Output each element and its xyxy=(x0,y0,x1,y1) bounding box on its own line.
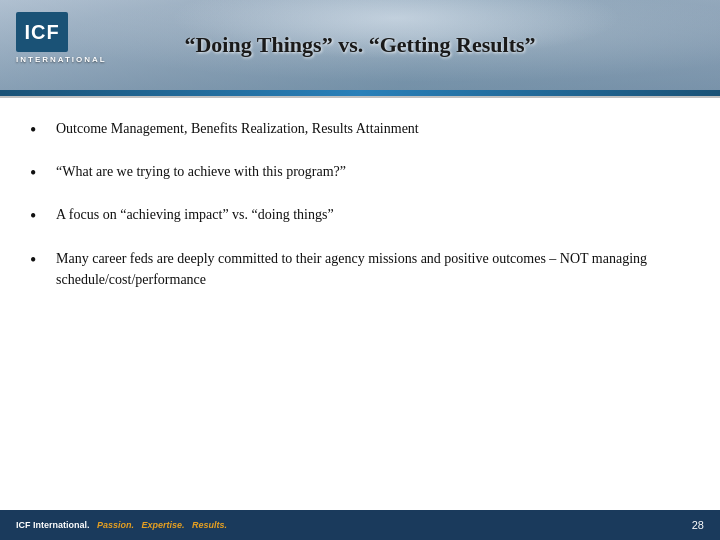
bullet-dot-2: • xyxy=(30,161,48,186)
bullet-item-3: • A focus on “achieving impact” vs. “doi… xyxy=(30,204,680,229)
logo-area: ICF INTERNATIONAL xyxy=(16,12,107,64)
footer-page-number: 28 xyxy=(692,519,704,531)
bullet-dot-1: • xyxy=(30,118,48,143)
bullet-text-4: Many career feds are deeply committed to… xyxy=(56,248,680,290)
footer-brand: ICF International. Passion. Expertise. R… xyxy=(16,520,227,530)
slide-header: ICF INTERNATIONAL “Doing Things” vs. “Ge… xyxy=(0,0,720,90)
logo-box: ICF xyxy=(16,12,68,52)
slide-title: “Doing Things” vs. “Getting Results” xyxy=(184,32,535,58)
bullet-text-1: Outcome Management, Benefits Realization… xyxy=(56,118,680,139)
slide-footer: ICF International. Passion. Expertise. R… xyxy=(0,510,720,540)
logo-subtitle: INTERNATIONAL xyxy=(16,55,107,64)
bullet-item-1: • Outcome Management, Benefits Realizati… xyxy=(30,118,680,143)
slide-content: • Outcome Management, Benefits Realizati… xyxy=(0,98,720,510)
footer-results: Results. xyxy=(192,520,227,530)
bullet-dot-4: • xyxy=(30,248,48,273)
footer-brand-name: ICF International. xyxy=(16,520,90,530)
footer-expertise: Expertise. xyxy=(142,520,185,530)
bullet-item-2: • “What are we trying to achieve with th… xyxy=(30,161,680,186)
bullet-text-3: A focus on “achieving impact” vs. “doing… xyxy=(56,204,680,225)
footer-left: ICF International. Passion. Expertise. R… xyxy=(16,520,227,530)
logo-text: ICF xyxy=(24,21,59,44)
bullet-list: • Outcome Management, Benefits Realizati… xyxy=(30,118,680,290)
bullet-dot-3: • xyxy=(30,204,48,229)
bullet-item-4: • Many career feds are deeply committed … xyxy=(30,248,680,290)
footer-passion: Passion. xyxy=(97,520,134,530)
slide-container: ICF INTERNATIONAL “Doing Things” vs. “Ge… xyxy=(0,0,720,510)
bullet-text-2: “What are we trying to achieve with this… xyxy=(56,161,680,182)
